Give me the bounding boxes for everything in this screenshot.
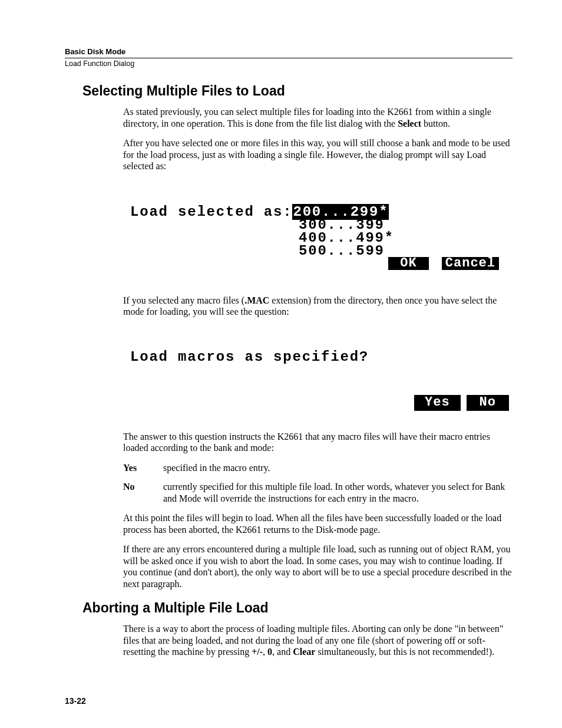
def-term: Yes <box>123 462 163 474</box>
definition-list: Yes specified in the macro entry. No cur… <box>123 462 513 505</box>
heading-selecting-files: Selecting Multiple Files to Load <box>82 83 513 99</box>
section-title: Load Function Dialog <box>65 60 513 68</box>
body-paragraph: After you have selected one or more file… <box>123 137 513 172</box>
body-paragraph: There is a way to abort the process of l… <box>123 623 513 658</box>
lcd-yes-no-row: Yes No <box>123 395 509 411</box>
heading-aborting: Aborting a Multiple File Load <box>82 600 513 616</box>
lcd-yes-button: Yes <box>414 395 461 411</box>
chapter-title: Basic Disk Mode <box>65 47 513 56</box>
def-term: No <box>123 481 163 504</box>
body-paragraph: At this point the files will begin to lo… <box>123 512 513 535</box>
lcd-cancel-button: Cancel <box>442 257 499 270</box>
body-paragraph: As stated previously, you can select mul… <box>123 106 513 129</box>
page-number: 13-22 <box>65 696 86 706</box>
def-text: currently specified for this multiple fi… <box>163 481 513 504</box>
lcd-load-selected: Load selected as:200...299* 300...399 40… <box>130 205 513 269</box>
lcd-no-button: No <box>467 395 509 411</box>
lcd-ok-button: OK <box>388 257 428 270</box>
body-paragraph: If you selected any macro files (.MAC ex… <box>123 295 513 318</box>
lcd-load-macros-prompt: Load macros as specified? <box>130 348 513 365</box>
body-paragraph: The answer to this question instructs th… <box>123 431 513 454</box>
header-rule <box>65 58 513 58</box>
def-text: specified in the macro entry. <box>163 462 513 474</box>
def-row-no: No currently specified for this multiple… <box>123 481 513 504</box>
running-header: Basic Disk Mode Load Function Dialog <box>65 47 513 68</box>
body-paragraph: If there are any errors encountered duri… <box>123 543 513 589</box>
def-row-yes: Yes specified in the macro entry. <box>123 462 513 474</box>
